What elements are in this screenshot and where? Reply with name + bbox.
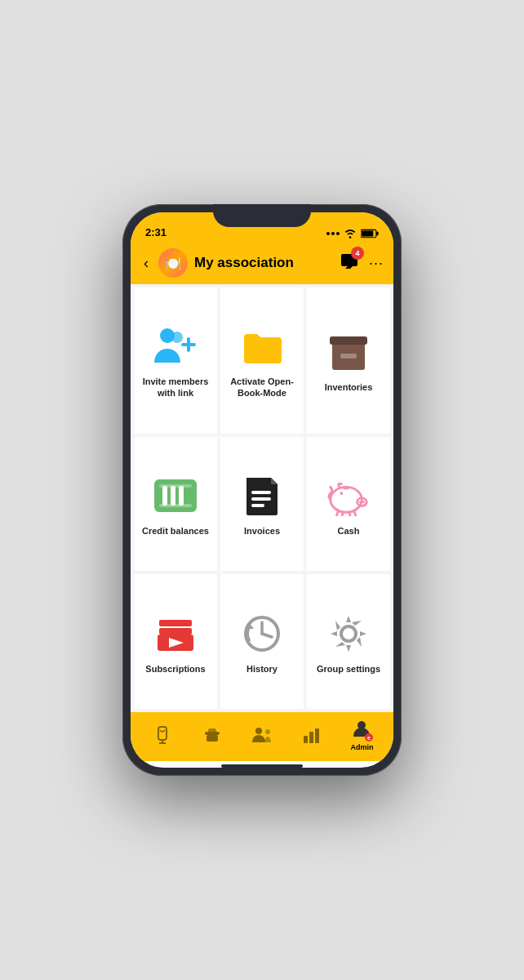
header-actions: 4 ···	[340, 252, 384, 274]
grid-container: Invite members with link Activate Open-B…	[131, 284, 393, 712]
page-title: My association	[194, 255, 333, 271]
grid-item-invoices[interactable]: Invoices	[220, 437, 304, 572]
more-button[interactable]: ···	[369, 255, 384, 272]
drinks-icon	[153, 725, 171, 745]
svg-line-33	[354, 510, 356, 515]
svg-point-42	[341, 626, 356, 641]
wifi-icon	[344, 229, 357, 238]
svg-text:e: e	[367, 735, 371, 741]
book-label: Activate Open-Book-Mode	[227, 376, 297, 399]
svg-rect-53	[315, 728, 319, 743]
grid-item-subscriptions[interactable]: Subscriptions	[134, 574, 217, 709]
grid-item-history[interactable]: History	[220, 574, 304, 709]
svg-line-40	[262, 634, 272, 637]
svg-point-26	[359, 501, 362, 503]
home-indicator	[221, 764, 303, 768]
notification-badge: 4	[351, 247, 364, 260]
svg-point-1	[331, 232, 335, 235]
svg-point-28	[340, 492, 343, 495]
avatar-image: 🍽️	[158, 248, 188, 278]
cash-label: Cash	[338, 525, 360, 537]
settings-label: Group settings	[317, 663, 380, 675]
svg-rect-34	[159, 620, 192, 626]
svg-point-49	[255, 728, 262, 734]
svg-rect-43	[158, 727, 167, 740]
subscriptions-icon	[153, 611, 198, 657]
settings-icon	[326, 611, 371, 657]
grid-item-invite[interactable]: Invite members with link	[134, 287, 217, 434]
phone-screen: 2:31 ‹	[131, 212, 393, 768]
svg-line-30	[337, 510, 339, 515]
svg-rect-51	[304, 736, 308, 743]
svg-line-31	[342, 512, 343, 515]
admin-label: Admin	[350, 743, 373, 751]
grid-item-book[interactable]: Activate Open-Book-Mode	[220, 287, 304, 434]
phone-frame: 2:31 ‹	[122, 204, 402, 776]
stats-icon	[303, 726, 321, 744]
subscriptions-label: Subscriptions	[145, 663, 205, 675]
credit-icon	[153, 473, 198, 519]
svg-point-27	[362, 501, 365, 503]
food-icon	[202, 725, 222, 745]
status-time: 2:31	[145, 226, 167, 238]
svg-point-50	[265, 729, 270, 734]
nav-item-stats[interactable]	[287, 726, 337, 744]
svg-rect-5	[362, 230, 373, 236]
svg-line-32	[349, 512, 350, 515]
book-icon	[239, 323, 285, 369]
header: ‹ 🍽️ My association 4 ···	[131, 242, 393, 284]
signal-icon	[326, 230, 340, 237]
svg-rect-23	[251, 504, 264, 507]
members-icon	[251, 726, 273, 744]
svg-rect-16	[162, 486, 167, 506]
history-icon	[239, 611, 285, 657]
invite-icon	[153, 323, 198, 369]
back-button[interactable]: ‹	[140, 252, 152, 275]
grid-item-inventories[interactable]: Inventories	[307, 287, 390, 434]
invoices-icon	[239, 473, 285, 519]
invoices-label: Invoices	[244, 525, 280, 537]
notch	[213, 204, 311, 227]
svg-point-2	[336, 232, 340, 235]
avatar: 🍽️	[158, 248, 188, 278]
svg-point-8	[171, 332, 183, 343]
battery-icon	[361, 229, 379, 238]
cash-icon	[326, 473, 371, 519]
credit-label: Credit balances	[142, 525, 209, 537]
svg-rect-48	[208, 728, 216, 733]
svg-rect-14	[340, 354, 357, 359]
svg-rect-29	[343, 487, 349, 489]
svg-point-0	[326, 232, 330, 235]
status-icons	[326, 229, 379, 238]
inventories-icon	[326, 329, 371, 375]
bottom-nav: e Admin	[131, 712, 393, 761]
notification-button[interactable]: 4	[340, 252, 359, 274]
invite-label: Invite members with link	[140, 376, 211, 399]
svg-rect-19	[159, 484, 192, 488]
svg-rect-18	[179, 486, 184, 506]
history-label: History	[246, 663, 278, 675]
svg-rect-13	[330, 336, 367, 345]
nav-item-drinks[interactable]	[137, 725, 187, 745]
grid-item-credit[interactable]: Credit balances	[134, 437, 217, 572]
nav-item-members[interactable]	[237, 726, 286, 744]
grid-item-settings[interactable]: Group settings	[307, 574, 390, 709]
svg-rect-35	[159, 628, 192, 635]
svg-rect-21	[251, 491, 271, 494]
nav-item-admin[interactable]: e Admin	[337, 719, 387, 751]
admin-badge-icon: e	[365, 733, 373, 742]
svg-rect-17	[171, 486, 175, 506]
nav-item-food[interactable]	[187, 725, 237, 745]
svg-rect-47	[206, 735, 218, 742]
svg-rect-20	[159, 504, 192, 507]
grid-item-cash[interactable]: Cash	[307, 437, 390, 572]
inventories-label: Inventories	[325, 381, 373, 393]
svg-rect-52	[309, 732, 313, 743]
svg-rect-22	[251, 497, 271, 501]
svg-rect-4	[376, 232, 378, 236]
